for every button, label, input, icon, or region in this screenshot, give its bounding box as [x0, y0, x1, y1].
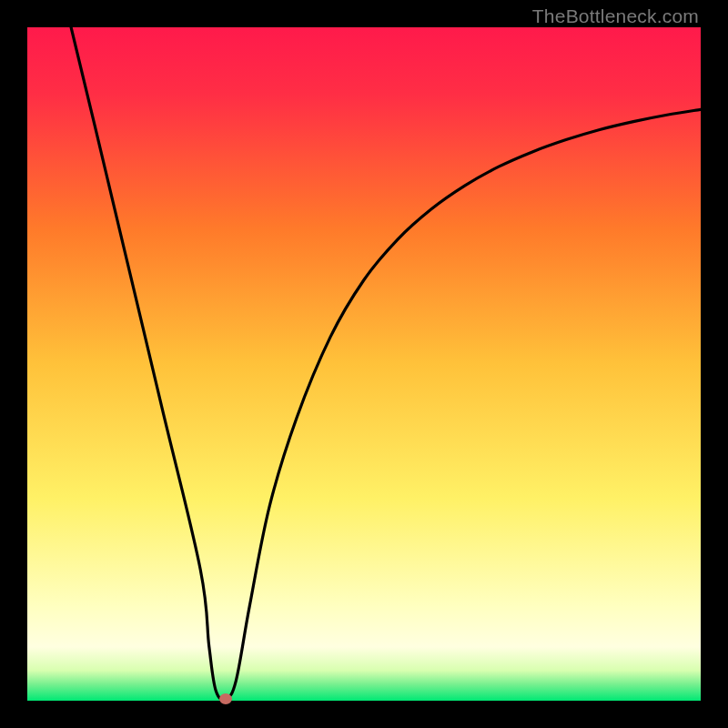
- plot-frame: [27, 27, 701, 701]
- optimal-point-marker: [219, 693, 232, 704]
- curve-path: [71, 27, 701, 700]
- bottleneck-curve: [27, 27, 701, 701]
- watermark-text: TheBottleneck.com: [532, 5, 699, 27]
